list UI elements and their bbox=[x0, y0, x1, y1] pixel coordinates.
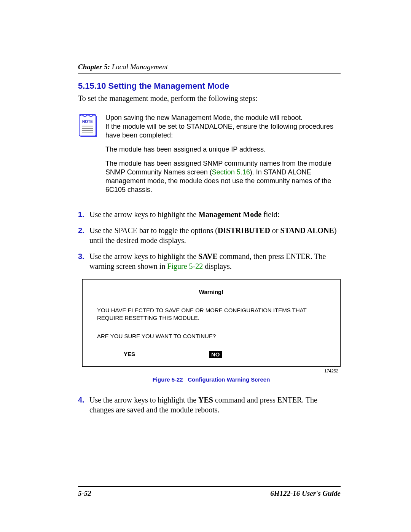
step-1: 1. Use the arrow keys to highlight the M… bbox=[78, 209, 341, 219]
step-number: 1. bbox=[78, 209, 89, 219]
step-body: Use the SPACE bar to toggle the options … bbox=[89, 225, 341, 245]
step-body: Use the arrow keys to highlight the SAVE… bbox=[89, 251, 341, 271]
section-link[interactable]: Section 5.16 bbox=[212, 168, 250, 176]
figure-ref-id: 174252 bbox=[82, 369, 341, 373]
no-button[interactable]: NO bbox=[209, 351, 222, 358]
figure-caption: Figure 5-22 Configuration Warning Screen bbox=[82, 376, 341, 383]
warning-message: YOU HAVE ELECTED TO SAVE ONE OR MORE CON… bbox=[97, 307, 325, 321]
page-header: Chapter 5: Local Management bbox=[78, 63, 341, 73]
note-p3: The module has been assigned a unique IP… bbox=[105, 145, 341, 154]
chapter-title: Local Management bbox=[110, 63, 168, 71]
warning-buttons: YES NO bbox=[97, 351, 325, 358]
note-text: Upon saving the new Management Mode, the… bbox=[105, 113, 341, 200]
guide-title: 6H122-16 User's Guide bbox=[270, 489, 341, 498]
step-body: Use the arrow keys to highlight the YES … bbox=[89, 395, 341, 415]
note-block: NOTE Upon saving the new Management Mode… bbox=[78, 113, 341, 200]
steps-list: 1. Use the arrow keys to highlight the M… bbox=[78, 209, 341, 271]
note-p1: Upon saving the new Management Mode, the… bbox=[105, 113, 341, 140]
figure-link[interactable]: Figure 5-22 bbox=[167, 262, 203, 270]
page-footer: 5-52 6H122-16 User's Guide bbox=[78, 486, 341, 498]
step-3: 3. Use the arrow keys to highlight the S… bbox=[78, 251, 341, 271]
page: Chapter 5: Local Management 5.15.10 Sett… bbox=[0, 0, 411, 532]
step-2: 2. Use the SPACE bar to toggle the optio… bbox=[78, 225, 341, 245]
step-4: 4. Use the arrow keys to highlight the Y… bbox=[78, 395, 341, 415]
section-title: Setting the Management Mode bbox=[108, 81, 229, 91]
note-label: NOTE bbox=[82, 120, 93, 124]
yes-button[interactable]: YES bbox=[124, 351, 135, 358]
section-number: 5.15.10 bbox=[78, 81, 106, 91]
warning-question: ARE YOU SURE YOU WANT TO CONTINUE? bbox=[97, 333, 325, 339]
chapter-prefix: Chapter 5: bbox=[78, 63, 110, 71]
step-number: 2. bbox=[78, 225, 89, 245]
step-number: 4. bbox=[78, 395, 89, 415]
figure: Warning! YOU HAVE ELECTED TO SAVE ONE OR… bbox=[82, 279, 341, 383]
step-number: 3. bbox=[78, 251, 89, 271]
chapter-label: Chapter 5: Local Management bbox=[78, 63, 168, 71]
note-icon: NOTE bbox=[78, 113, 99, 200]
page-number: 5-52 bbox=[78, 489, 91, 498]
warning-box: Warning! YOU HAVE ELECTED TO SAVE ONE OR… bbox=[82, 279, 341, 367]
note-p4: The module has been assigned SNMP commun… bbox=[105, 159, 341, 194]
warning-title: Warning! bbox=[97, 289, 325, 295]
step-body: Use the arrow keys to highlight the Mana… bbox=[89, 209, 341, 219]
section-heading: 5.15.10 Setting the Management Mode bbox=[78, 81, 341, 91]
intro-text: To set the management mode, perform the … bbox=[78, 94, 341, 103]
